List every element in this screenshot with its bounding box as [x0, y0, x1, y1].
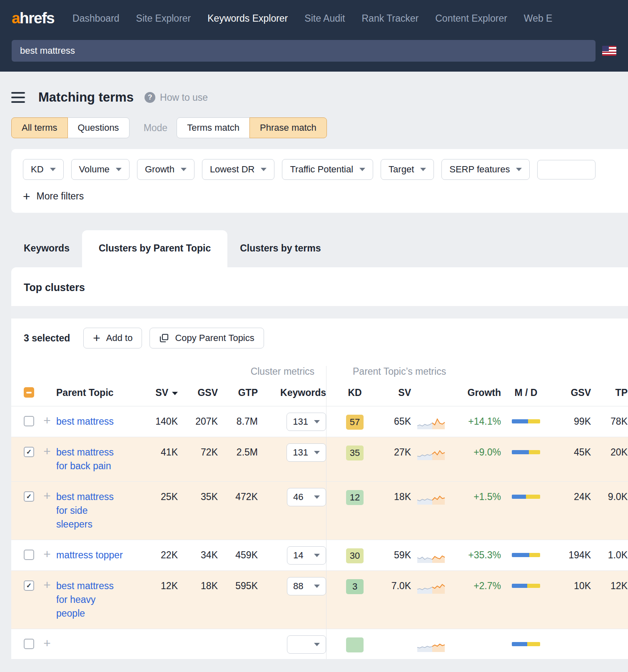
tab-clusters-by-terms[interactable]: Clusters by terms: [227, 243, 333, 267]
parent-topic-link[interactable]: mattress topper: [56, 550, 123, 560]
tp-value: 9.0K: [608, 491, 628, 502]
chevron-down-icon: [314, 643, 320, 646]
row-checkbox[interactable]: [24, 550, 34, 560]
column-divider: [326, 381, 341, 406]
parent-topic-link[interactable]: best mattress: [56, 416, 114, 427]
gsv-cell: 35K: [178, 482, 218, 540]
copy-parent-topics-button[interactable]: Copy Parent Topics: [150, 328, 264, 348]
table-row: ✓+best mattress for back pain41K72K2.5M1…: [11, 437, 628, 482]
tp-value: 1.0K: [608, 550, 628, 560]
chevron-down-icon: [116, 168, 122, 171]
keywords-dropdown[interactable]: [287, 635, 326, 654]
question-icon: ?: [145, 92, 155, 103]
filter-label: Growth: [145, 164, 174, 175]
gtp-cell: 459K: [218, 540, 258, 570]
expand-plus-icon[interactable]: +: [43, 636, 51, 650]
row-checkbox[interactable]: ✓: [24, 447, 34, 457]
filter-serp-features[interactable]: SERP features: [441, 159, 530, 180]
nav-item-site-explorer[interactable]: Site Explorer: [136, 13, 191, 24]
filter-blank[interactable]: [537, 160, 596, 179]
row-checkbox[interactable]: ✓: [24, 491, 34, 502]
growth-value: +14.1%: [468, 416, 501, 427]
sv-value: 12K: [161, 580, 178, 591]
nav-item-keywords-explorer[interactable]: Keywords Explorer: [207, 13, 288, 24]
md-mobile-segment: [512, 419, 528, 423]
column-header-label: Keywords: [280, 387, 326, 398]
how-to-use-link[interactable]: ? How to use: [145, 92, 208, 103]
column-header-label: Parent Topic: [56, 387, 114, 398]
results-panel: Top clusters 3 selected + Add to Copy Pa…: [11, 267, 628, 660]
expand-plus-icon[interactable]: +: [43, 413, 51, 427]
terms-toggle-all-terms[interactable]: All terms: [11, 117, 68, 138]
growth-value: +9.0%: [473, 447, 501, 458]
gtp-value: 2.5M: [237, 447, 258, 458]
keywords-dropdown[interactable]: 46: [287, 488, 326, 506]
filter-growth[interactable]: Growth: [137, 159, 194, 180]
sv2-cell: [369, 629, 411, 659]
kd-badge: 3: [346, 579, 364, 594]
nav-item-content-explorer[interactable]: Content Explorer: [435, 13, 507, 24]
add-to-button[interactable]: + Add to: [83, 328, 142, 348]
trend-sparkline: [416, 446, 446, 462]
tab-keywords[interactable]: Keywords: [11, 243, 82, 267]
expand-plus-icon[interactable]: +: [43, 444, 51, 458]
row-checkbox[interactable]: [24, 639, 34, 649]
column-header: GTP: [218, 381, 258, 406]
terms-toggle-questions[interactable]: Questions: [67, 117, 130, 138]
mode-toggle-phrase-match[interactable]: Phrase match: [249, 117, 327, 138]
expand-plus-icon[interactable]: +: [43, 578, 51, 592]
sv-cell: 22K: [140, 540, 178, 570]
page-title: Matching terms: [38, 90, 134, 105]
keywords-dropdown[interactable]: 131: [287, 443, 326, 462]
parent-topic-link[interactable]: best mattress for back pain: [56, 447, 114, 471]
md-desktop-segment: [528, 419, 540, 423]
more-filters-button[interactable]: + More filters: [23, 191, 84, 202]
row-checkbox[interactable]: ✓: [24, 580, 34, 591]
mode-toggle-terms-match[interactable]: Terms match: [177, 117, 250, 138]
md-ratio-bar: [512, 419, 540, 423]
keywords-dropdown[interactable]: 88: [287, 577, 326, 595]
nav-item-site-audit[interactable]: Site Audit: [304, 13, 345, 24]
nav-item-rank-tracker[interactable]: Rank Tracker: [361, 13, 419, 24]
filter-lowest-dr[interactable]: Lowest DR: [202, 159, 275, 180]
more-filters-label: More filters: [37, 191, 84, 202]
gtp-cell: 2.5M: [218, 437, 258, 481]
filter-kd[interactable]: KD: [23, 159, 64, 180]
nav-item-web-e[interactable]: Web E: [524, 13, 553, 24]
filter-target[interactable]: Target: [381, 159, 434, 180]
ahrefs-logo[interactable]: ahrefs: [12, 10, 54, 27]
gtp-cell: 595K: [218, 571, 258, 629]
keywords-dropdown[interactable]: 14: [287, 546, 326, 565]
expand-plus-icon[interactable]: +: [43, 489, 51, 503]
filter-traffic-potential[interactable]: Traffic Potential: [282, 159, 373, 180]
sv-cell: [140, 629, 178, 659]
md-ratio-bar: [512, 642, 540, 646]
chevron-down-icon: [516, 168, 522, 171]
md-ratio-bar: [512, 450, 540, 454]
parent-topic-link[interactable]: best mattress for side sleepers: [56, 491, 114, 530]
chevron-down-icon: [314, 451, 320, 454]
growth-cell: [451, 629, 501, 659]
keywords-dropdown[interactable]: 131: [287, 413, 326, 431]
filter-volume[interactable]: Volume: [71, 159, 130, 180]
select-all-checkbox[interactable]: [24, 387, 34, 398]
column-divider: [326, 571, 341, 629]
column-header: Parent Topic: [56, 381, 140, 406]
kd-badge: 12: [346, 490, 364, 505]
filter-label: Target: [389, 164, 414, 175]
us-flag-icon[interactable]: [602, 46, 616, 56]
nav-item-dashboard[interactable]: Dashboard: [72, 13, 120, 24]
tab-clusters-by-parent-topic[interactable]: Clusters by Parent Topic: [82, 230, 227, 267]
menu-icon[interactable]: [11, 92, 25, 103]
table-row: ✓+best mattress for side sleepers25K35K4…: [11, 482, 628, 540]
column-divider: [326, 437, 341, 481]
parent-topic-link[interactable]: best mattress for heavy people: [56, 580, 114, 619]
md-mobile-segment: [512, 642, 527, 646]
terms-toggle: All termsQuestions: [11, 117, 130, 138]
tp-cell: [591, 629, 628, 659]
keyword-search-input[interactable]: [12, 40, 596, 62]
sort-desc-icon: [172, 392, 178, 395]
row-checkbox[interactable]: [24, 416, 34, 426]
expand-plus-icon[interactable]: +: [43, 547, 51, 561]
sv2-value: 59K: [394, 550, 411, 560]
